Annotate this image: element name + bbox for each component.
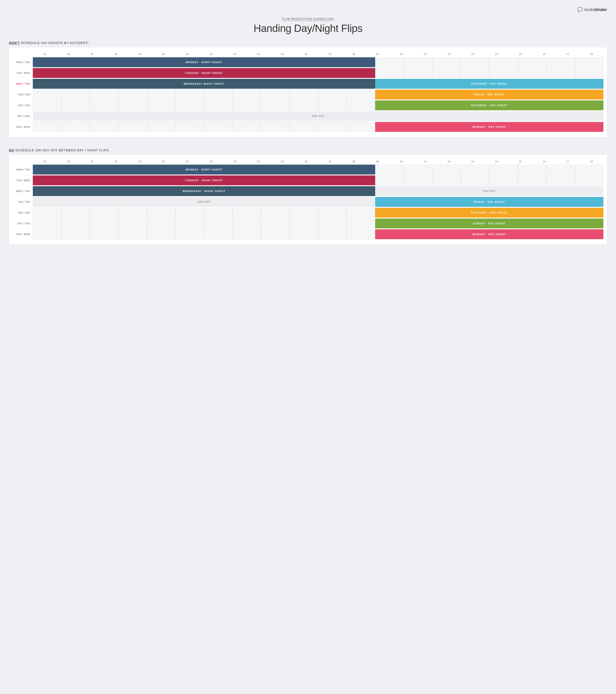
hour-label: 09 <box>366 159 389 164</box>
hour-label: 11 <box>413 52 437 56</box>
row-cells: MONDAY · NIGHT SHOOT <box>33 57 603 67</box>
row-cells: FRIDAY · DAY SHOOT <box>33 90 603 99</box>
dont-chart: 1920212223000102030405060708091011121314… <box>9 48 607 137</box>
time-slot <box>33 229 61 239</box>
hour-label: 06 <box>294 159 318 164</box>
shoot-bar: MONDAY · NIGHT SHOOT <box>33 57 375 67</box>
logo-binder: binder <box>595 7 607 12</box>
time-slot <box>575 165 603 175</box>
time-slot <box>461 57 489 67</box>
row-cells: SATURDAY · DAY SHOOT <box>33 208 603 218</box>
time-slot <box>432 165 461 175</box>
schedule-row: MON / TUEMONDAY · NIGHT SHOOT <box>13 57 603 67</box>
hour-label: 07 <box>318 159 342 164</box>
shoot-bar: MONDAY · DAY SHOOT <box>375 122 603 132</box>
hour-label: 21 <box>80 159 104 164</box>
time-slot <box>489 176 518 185</box>
time-slot <box>233 122 261 132</box>
row-label: THU / FRI <box>13 90 33 99</box>
hour-label: 03 <box>223 159 247 164</box>
logo-studio: studio <box>584 7 595 12</box>
page-title: Handing Day/Night Flips <box>9 22 607 34</box>
time-slot <box>233 229 261 239</box>
row-label: THU / FRI <box>13 197 33 207</box>
schedule-row: THU / FRIFRIDAY · DAY SHOOT <box>13 90 603 99</box>
time-slot <box>233 219 261 229</box>
time-slot <box>318 229 347 239</box>
time-slot <box>33 122 61 132</box>
schedule-row: FRI / SATSATURDAY · DAY SHOOT <box>13 101 603 110</box>
do-label-underline: DO <box>9 148 14 152</box>
time-slot <box>90 101 119 110</box>
do-label-rest: SCHEDULE 24H DAY OFF BETWEEN DAY / NIGHT… <box>14 148 109 152</box>
time-slot <box>61 229 90 239</box>
shoot-bar: MONDAY · NIGHT SHOOT <box>33 165 375 175</box>
hour-label: 02 <box>199 52 223 56</box>
dont-hour-header: 1920212223000102030405060708091011121314… <box>33 52 603 56</box>
time-slot <box>404 68 432 78</box>
time-slot <box>61 219 90 229</box>
time-slot <box>119 122 147 132</box>
time-slot <box>290 219 318 229</box>
time-slot <box>489 57 518 67</box>
shoot-bar: SUNDAY · DAY SHOOT <box>375 219 603 229</box>
hour-label: 19 <box>33 159 57 164</box>
time-slot <box>204 219 233 229</box>
dont-label-underline: DON'T <box>9 41 20 45</box>
time-slot <box>147 208 176 218</box>
time-slot <box>61 208 90 218</box>
hour-label: 01 <box>176 159 199 164</box>
time-slot <box>375 57 404 67</box>
time-slot <box>461 176 489 185</box>
do-section: DO SCHEDULE 24H DAY OFF BETWEEN DAY / NI… <box>9 148 607 244</box>
shoot-bar: TUESDAY · NIGHT SHOOT <box>33 68 375 78</box>
time-slot <box>290 101 318 110</box>
hour-label: 22 <box>104 52 128 56</box>
shoot-bar: SATURDAY · DAY SHOOT <box>375 101 603 110</box>
hour-label: 10 <box>389 52 413 56</box>
dont-grid: MON / TUEMONDAY · NIGHT SHOOTTUE / WEDTU… <box>13 57 603 133</box>
time-slot <box>290 229 318 239</box>
time-slot <box>347 229 375 239</box>
row-cells: WEDNESDAY NIGHT SHOOTTHURSDAY · DAY SHOO… <box>33 79 603 89</box>
schedule-row: TUE / WEDTUESDAY · NIGHT SHOOT <box>13 176 603 185</box>
time-slot <box>261 219 290 229</box>
page-subtitle: FILM PRODUCTION SCHEDULING <box>282 18 334 21</box>
time-slot <box>90 90 119 99</box>
shoot-bar: SATURDAY · DAY SHOOT <box>375 208 603 218</box>
hour-label: 20 <box>57 159 80 164</box>
shoot-bar: THURSDAY · DAY SHOOT <box>375 79 603 89</box>
hour-label: 23 <box>128 159 152 164</box>
schedule-row: TUE / WEDTUESDAY · NIGHT SHOOT <box>13 68 603 78</box>
time-slot <box>147 229 176 239</box>
off-block: 24H OFF <box>33 197 375 207</box>
time-slot <box>233 90 261 99</box>
row-label: FRI / SAT <box>13 208 33 218</box>
hour-label: 12 <box>437 52 461 56</box>
row-label: WED / THU <box>13 79 33 89</box>
time-slot <box>176 101 204 110</box>
time-slot <box>261 208 290 218</box>
time-slot <box>489 165 518 175</box>
do-hour-header: 1920212223000102030405060708091011121314… <box>33 159 603 164</box>
hour-label: 21 <box>80 52 104 56</box>
shoot-bar: MONDAY · DAY SHOOT <box>375 229 603 239</box>
hour-label: 16 <box>532 52 556 56</box>
time-slot <box>261 229 290 239</box>
do-label: DO SCHEDULE 24H DAY OFF BETWEEN DAY / NI… <box>9 148 607 152</box>
off-block: 24H OFF <box>33 111 603 121</box>
hour-label: 02 <box>199 159 223 164</box>
hour-label: 09 <box>366 52 389 56</box>
time-slot <box>318 90 347 99</box>
time-slot <box>147 122 176 132</box>
page-header: FILM PRODUCTION SCHEDULING Handing Day/N… <box>9 17 607 34</box>
schedule-row: WED / THUWEDNESDAY NIGHT SHOOTTHURSDAY ·… <box>13 79 603 89</box>
time-slot <box>461 68 489 78</box>
off-block: 24H OFF <box>375 186 603 196</box>
hour-label: 16 <box>532 159 556 164</box>
shoot-bar: WEDNESDAY · NIGHT SHOOT <box>33 186 375 196</box>
hour-label: 06 <box>294 52 318 56</box>
time-slot <box>176 219 204 229</box>
hour-label: 13 <box>461 159 485 164</box>
time-slot <box>61 90 90 99</box>
